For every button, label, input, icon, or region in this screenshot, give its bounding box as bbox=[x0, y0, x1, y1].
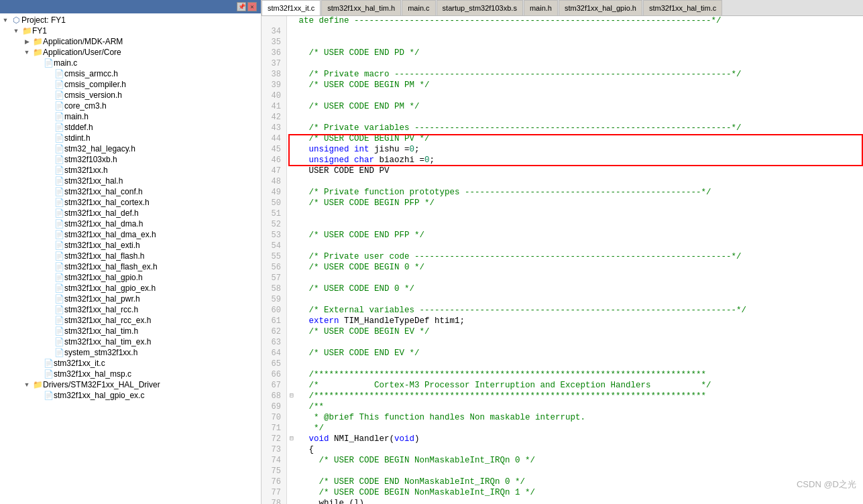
tree-item-stddef-h[interactable]: 📄stddef.h bbox=[0, 122, 261, 133]
tab-tab-stm32f1xx-it[interactable]: stm32f1xx_it.c bbox=[262, 0, 321, 16]
tree-item-stm32f103xb[interactable]: 📄stm32f103xb.h bbox=[0, 154, 261, 165]
fold-icon bbox=[287, 102, 296, 113]
tree-item-stm32f1xx-hal-tim[interactable]: 📄stm32f1xx_hal_tim.h bbox=[0, 326, 261, 336]
line-number: 63 bbox=[262, 338, 287, 349]
fold-icon bbox=[287, 402, 296, 413]
tree-item-stm32f1xx-hal-gpio-ex[interactable]: 📄stm32f1xx_hal_gpio_ex.h bbox=[0, 283, 261, 294]
line-code-text bbox=[296, 241, 863, 252]
line-code-text: /* USER CODE BEGIN NonMaskableInt_IRQn 1… bbox=[296, 488, 863, 499]
tree-item-stm32f1xx-hal-dma[interactable]: 📄stm32f1xx_hal_dma.h bbox=[0, 218, 261, 229]
code-line-58: 58 /* USER CODE END 0 */ bbox=[262, 284, 863, 295]
tree-item-fy1[interactable]: ▼📁FY1 bbox=[0, 25, 261, 36]
file-icon: 📄 bbox=[54, 166, 64, 175]
file-icon: 📄 bbox=[54, 80, 64, 89]
code-line-61: 61 extern TIM_HandleTypeDef htim1; bbox=[262, 316, 863, 327]
tree-item-stm32f1xx-hal-dma-ex[interactable]: 📄stm32f1xx_hal_dma_ex.h bbox=[0, 229, 261, 240]
tree-label: stm32f1xx_hal_exti.h bbox=[64, 241, 140, 250]
line-number: 40 bbox=[262, 91, 287, 102]
file-icon: 📄 bbox=[54, 219, 64, 229]
tree-item-stm32f1xx-it-c[interactable]: 📄stm32f1xx_it.c bbox=[0, 358, 261, 369]
tree-item-stm32f1xx-hal-rcc[interactable]: 📄stm32f1xx_hal_rcc.h bbox=[0, 304, 261, 315]
line-code-text: */ bbox=[296, 424, 863, 434]
code-line-72: 72 ⊟ void NMI_Handler(void) bbox=[262, 434, 863, 445]
tab-tab-stm32f1xx-hal-tim[interactable]: stm32f1xx_hal_tim.h bbox=[321, 0, 401, 15]
tree-item-cmsis-version[interactable]: 📄cmsis_version.h bbox=[0, 90, 261, 101]
tree-item-stm32f1xx-hal-msp[interactable]: 📄stm32f1xx_hal_msp.c bbox=[0, 369, 261, 379]
tree-item-cmsis-armcc[interactable]: 📄cmsis_armcc.h bbox=[0, 68, 261, 79]
tree-item-main-c[interactable]: 📄main.c bbox=[0, 58, 261, 68]
fold-icon[interactable]: ⊟ bbox=[287, 391, 296, 402]
line-number: 39 bbox=[262, 80, 287, 91]
line-number: 64 bbox=[262, 349, 287, 359]
project-tree[interactable]: ▼⬡Project: FY1 ▼📁FY1 ▶📁Application/MDK-A… bbox=[0, 13, 261, 504]
tree-item-stm32f1xx-hal[interactable]: 📄stm32f1xx_hal.h bbox=[0, 176, 261, 186]
file-icon: 📄 bbox=[54, 294, 64, 304]
file-icon: 📄 bbox=[54, 198, 64, 207]
file-icon: 📄 bbox=[54, 305, 64, 314]
code-line-70: 70 * @brief This function handles Non ma… bbox=[262, 413, 863, 424]
fold-icon bbox=[287, 456, 296, 466]
tree-item-system-stm32f1xx[interactable]: 📄system_stm32f1xx.h bbox=[0, 347, 261, 358]
tab-label: main.h bbox=[530, 4, 552, 12]
tree-item-project-fy1[interactable]: ▼⬡Project: FY1 bbox=[0, 15, 261, 25]
tree-label: Application/User/Core bbox=[43, 48, 121, 57]
line-number: 67 bbox=[262, 381, 287, 391]
tab-tab-main-c[interactable]: main.c bbox=[402, 0, 435, 15]
file-icon: 📄 bbox=[54, 273, 64, 282]
tab-tab-stm32f1xx-hal-gpio[interactable]: stm32f1xx_hal_gpio.h bbox=[559, 0, 642, 15]
line-number: 73 bbox=[262, 445, 287, 456]
tab-tab-startup[interactable]: startup_stm32f103xb.s bbox=[437, 0, 523, 15]
line-code-text: /* USER CODE BEGIN 0 */ bbox=[296, 263, 863, 273]
tree-item-stm32f1xx[interactable]: 📄stm32f1xx.h bbox=[0, 165, 261, 176]
code-line-39: 39 /* USER CODE BEGIN PM */ bbox=[262, 80, 863, 91]
line-code-text: USER CODE END PV bbox=[296, 166, 863, 177]
tree-item-stm32f1xx-hal-tim-ex[interactable]: 📄stm32f1xx_hal_tim_ex.h bbox=[0, 336, 261, 347]
fold-icon[interactable]: ⊟ bbox=[287, 434, 296, 445]
code-line-46: 46 unsigned char biaozhi =0; bbox=[262, 155, 863, 166]
tree-item-stm32f1xx-hal-rcc-ex[interactable]: 📄stm32f1xx_hal_rcc_ex.h bbox=[0, 315, 261, 326]
line-code-text: /* USER CODE BEGIN PM */ bbox=[296, 80, 863, 91]
file-icon: 📄 bbox=[43, 391, 54, 400]
line-number: 54 bbox=[262, 241, 287, 252]
tree-item-main-h[interactable]: 📄main.h bbox=[0, 111, 261, 122]
tree-item-stm32f1xx-hal-def[interactable]: 📄stm32f1xx_hal_def.h bbox=[0, 208, 261, 218]
tree-item-cmsis-compiler[interactable]: 📄cmsis_compiler.h bbox=[0, 79, 261, 90]
tree-item-app-user-core[interactable]: ▼📁Application/User/Core bbox=[0, 47, 261, 58]
line-number: 46 bbox=[262, 155, 287, 166]
line-number: 62 bbox=[262, 327, 287, 338]
code-area[interactable]: ate define -----------------------------… bbox=[262, 16, 863, 504]
tree-item-stm32f1xx-hal-gpio[interactable]: 📄stm32f1xx_hal_gpio.h bbox=[0, 272, 261, 283]
line-number: 53 bbox=[262, 231, 287, 241]
line-code-text: extern TIM_HandleTypeDef htim1; bbox=[296, 316, 863, 327]
tree-item-stm32f1xx-hal-pwr[interactable]: 📄stm32f1xx_hal_pwr.h bbox=[0, 294, 261, 304]
line-code-text: /* USER CODE END PD */ bbox=[296, 48, 863, 59]
fold-icon bbox=[287, 306, 296, 316]
pin-button[interactable]: 📌 bbox=[237, 2, 246, 11]
tree-item-drivers-stm32[interactable]: ▼📁Drivers/STM32F1xx_HAL_Driver bbox=[0, 379, 261, 390]
tab-tab-stm32f1xx-hal-tim2[interactable]: stm32f1xx_hal_tim.c bbox=[643, 0, 722, 15]
code-line-43: 43 /* Private variables ----------------… bbox=[262, 123, 863, 134]
tree-label: main.c bbox=[54, 58, 77, 68]
tree-item-stm32f1xx-hal-gpio-ex-c[interactable]: 📄stm32f1xx_hal_gpio_ex.c bbox=[0, 390, 261, 401]
tree-item-stm32f1xx-hal-conf[interactable]: 📄stm32f1xx_hal_conf.h bbox=[0, 186, 261, 197]
code-line-54: 54 bbox=[262, 241, 863, 252]
line-number: 65 bbox=[262, 359, 287, 370]
tree-item-stm32f1xx-hal-exti[interactable]: 📄stm32f1xx_hal_exti.h bbox=[0, 240, 261, 251]
tab-label: stm32f1xx_hal_gpio.h bbox=[565, 4, 636, 12]
tree-item-stm32f1xx-hal-flash[interactable]: 📄stm32f1xx_hal_flash.h bbox=[0, 251, 261, 261]
line-number: 78 bbox=[262, 499, 287, 504]
tree-label: stm32f1xx_hal_rcc_ex.h bbox=[64, 316, 151, 325]
tree-item-stm32f1xx-hal-flash-ex[interactable]: 📄stm32f1xx_hal_flash_ex.h bbox=[0, 261, 261, 272]
tree-item-stdint-h[interactable]: 📄stdint.h bbox=[0, 133, 261, 143]
fold-icon bbox=[287, 59, 296, 70]
line-number: 42 bbox=[262, 113, 287, 123]
tree-item-core-cm3[interactable]: 📄core_cm3.h bbox=[0, 101, 261, 111]
tree-item-stm32-hal-legacy[interactable]: 📄stm32_hal_legacy.h bbox=[0, 143, 261, 154]
code-line-74: 74 /* USER CODE BEGIN NonMaskableInt_IRQ… bbox=[262, 456, 863, 466]
line-number: 76 bbox=[262, 477, 287, 488]
line-code-text: /* USER CODE BEGIN NonMaskableInt_IRQn 0… bbox=[296, 456, 863, 466]
tab-tab-main-h[interactable]: main.h bbox=[524, 0, 558, 15]
close-button[interactable]: ✕ bbox=[247, 2, 257, 11]
tree-item-stm32f1xx-hal-cortex[interactable]: 📄stm32f1xx_hal_cortex.h bbox=[0, 197, 261, 208]
tree-item-app-mdk[interactable]: ▶📁Application/MDK-ARM bbox=[0, 36, 261, 47]
